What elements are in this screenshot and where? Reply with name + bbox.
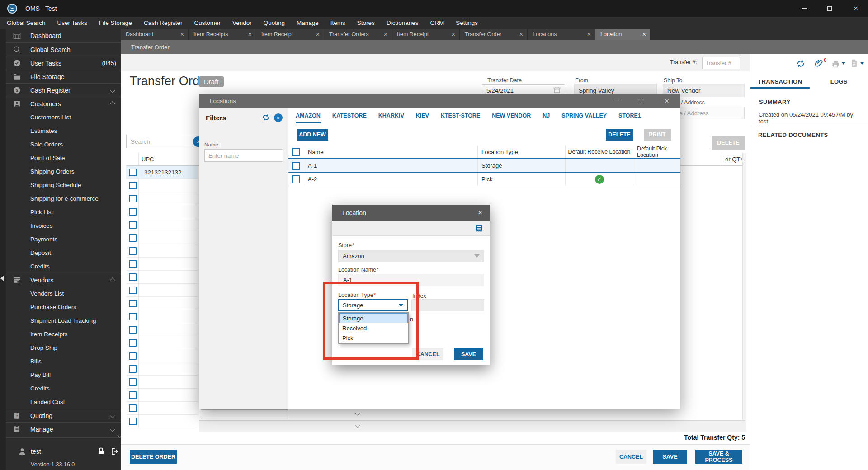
sidebar-item-bills[interactable]: Bills <box>6 354 121 368</box>
hidden-row-select[interactable] <box>201 409 288 419</box>
tab-dashboard[interactable]: Dashboard× <box>121 29 189 40</box>
sidebar-item-vendors[interactable]: Vendors <box>6 273 121 287</box>
row-checkbox[interactable] <box>129 247 137 255</box>
store-tab-spring-valley[interactable]: SPRING VALLEY <box>561 113 607 123</box>
filters-refresh-icon[interactable] <box>261 113 270 123</box>
sidebar-item-invoices[interactable]: Invoices <box>6 219 121 232</box>
sidebar-item-dashboard[interactable]: Dashboard <box>6 29 121 42</box>
store-tab-nj[interactable]: NJ <box>542 113 550 123</box>
item-row[interactable] <box>126 205 198 218</box>
item-row[interactable] <box>126 389 198 402</box>
sidebar-collapse-icon[interactable] <box>0 275 4 282</box>
delete-order-button[interactable]: DELETE ORDER <box>130 450 177 464</box>
row-checkbox[interactable] <box>129 313 137 320</box>
sidebar-item-user-tasks[interactable]: User Tasks (845) <box>6 56 121 70</box>
lock-icon[interactable] <box>97 447 105 457</box>
item-row[interactable] <box>126 179 198 192</box>
tab-transfer-orders[interactable]: Transfer Orders× <box>324 29 392 40</box>
sidebar-item-manage[interactable]: Manage <box>6 422 121 436</box>
sidebar-item-file-storage[interactable]: File Storage <box>6 70 121 83</box>
add-new-button[interactable]: ADD NEW <box>297 129 328 141</box>
search-input[interactable] <box>126 135 197 148</box>
store-tab-ktest-store[interactable]: KTEST-STORE <box>441 113 480 123</box>
sidebar-item-customers[interactable]: Customers <box>6 97 121 110</box>
item-row[interactable] <box>126 192 198 205</box>
tab-logs[interactable]: LOGS <box>810 75 868 88</box>
close-icon[interactable]: × <box>176 31 188 38</box>
dialog-close-button[interactable]: × <box>470 205 490 221</box>
menu-dictionaries[interactable]: Dictionaries <box>381 19 425 26</box>
sidebar-item-pick-list[interactable]: Pick List <box>6 205 121 219</box>
sidebar-item-shipping-orders[interactable]: Shipping Orders <box>6 164 121 178</box>
sidebar-item-drop-ship[interactable]: Drop Ship <box>6 341 121 354</box>
close-icon[interactable]: × <box>448 31 459 38</box>
tab-location-active[interactable]: Location× <box>595 29 651 40</box>
sidebar-item-sale-orders[interactable]: Sale Orders <box>6 137 121 151</box>
menu-cash-register[interactable]: Cash Register <box>138 19 189 26</box>
print-caret-icon[interactable] <box>842 62 845 65</box>
menu-global-search[interactable]: Global Search <box>1 19 52 26</box>
store-tab-store1[interactable]: STORE1 <box>618 113 641 123</box>
minimize-button[interactable] <box>794 0 815 17</box>
sidebar-item-vendors-list[interactable]: Vendors List <box>6 287 121 300</box>
close-icon[interactable]: × <box>583 31 595 38</box>
row-checkbox[interactable] <box>129 418 137 425</box>
refresh-icon[interactable] <box>796 59 806 70</box>
sidebar-item-credits-vendors[interactable]: Credits <box>6 381 121 395</box>
location-row-a2[interactable]: A-2 Pick ✓ <box>288 173 680 186</box>
row-checkbox[interactable] <box>129 300 137 307</box>
item-row[interactable] <box>126 284 198 297</box>
row-checkbox[interactable] <box>129 365 137 373</box>
dialog-minimize-button[interactable] <box>607 94 626 108</box>
store-tab-katestore[interactable]: KATESTORE <box>332 113 367 123</box>
cancel-button[interactable]: CANCEL <box>616 450 646 464</box>
dialog-close-button[interactable]: × <box>657 94 676 108</box>
close-icon[interactable]: × <box>244 31 256 38</box>
menu-vendor[interactable]: Vendor <box>226 19 258 26</box>
logout-icon[interactable] <box>110 447 119 457</box>
row-checkbox[interactable] <box>129 221 137 229</box>
item-row[interactable] <box>126 336 198 349</box>
tab-item-receipts[interactable]: Item Receipts× <box>189 29 256 40</box>
row-checkbox[interactable] <box>129 404 137 412</box>
row-checkbox[interactable] <box>129 326 137 334</box>
tab-item-receipt-1[interactable]: Item Receipt× <box>256 29 324 40</box>
close-icon[interactable]: × <box>380 31 392 38</box>
name-filter-input[interactable] <box>204 149 283 162</box>
vertical-scrollbar[interactable] <box>742 153 746 432</box>
tab-transaction[interactable]: TRANSACTION <box>750 75 810 88</box>
sidebar-item-shipment-load-tracking[interactable]: Shipment Load Tracking <box>6 314 121 327</box>
attachment-icon[interactable] <box>814 58 824 70</box>
menu-quoting[interactable]: Quoting <box>258 19 291 26</box>
sidebar-item-deposit[interactable]: Deposit <box>6 246 121 259</box>
menu-customer[interactable]: Customer <box>188 19 226 26</box>
sidebar-item-shipping-schedule[interactable]: Shipping Schedule <box>6 178 121 192</box>
item-row[interactable] <box>126 310 198 323</box>
sidebar-item-landed-cost[interactable]: Landed Cost <box>6 395 121 409</box>
row-checkbox[interactable] <box>129 273 137 281</box>
document-icon[interactable] <box>849 59 859 69</box>
sidebar-item-global-search[interactable]: Global Search <box>6 42 121 56</box>
close-button[interactable]: × <box>845 0 866 17</box>
menu-settings[interactable]: Settings <box>450 19 484 26</box>
select-all-checkbox[interactable] <box>292 148 300 156</box>
row-checkbox[interactable] <box>129 260 137 268</box>
row-checkbox[interactable] <box>129 169 137 176</box>
item-row[interactable] <box>126 297 198 310</box>
item-row[interactable] <box>126 362 198 376</box>
row-checkbox[interactable] <box>129 287 137 294</box>
sidebar-item-pay-bill[interactable]: Pay Bill <box>6 368 121 381</box>
row-checkbox[interactable] <box>292 162 300 170</box>
sidebar-item-purchase-orders[interactable]: Purchase Orders <box>6 300 121 314</box>
document-caret-icon[interactable] <box>860 62 864 65</box>
item-row-selected[interactable]: 32132132132 <box>126 166 198 179</box>
menu-file-storage[interactable]: File Storage <box>93 19 138 26</box>
filters-clear-icon[interactable]: × <box>274 113 283 122</box>
sidebar-item-estimates[interactable]: Estimates <box>6 124 121 137</box>
location-row-a1[interactable]: A-1 Storage <box>288 159 680 173</box>
tab-transfer-order[interactable]: Transfer Order× <box>460 29 528 40</box>
row-checkbox[interactable] <box>129 391 137 399</box>
save-button[interactable]: SAVE <box>653 450 687 464</box>
store-tab-amazon[interactable]: AMAZON <box>296 113 321 123</box>
sidebar-item-credits-customers[interactable]: Credits <box>6 259 121 273</box>
